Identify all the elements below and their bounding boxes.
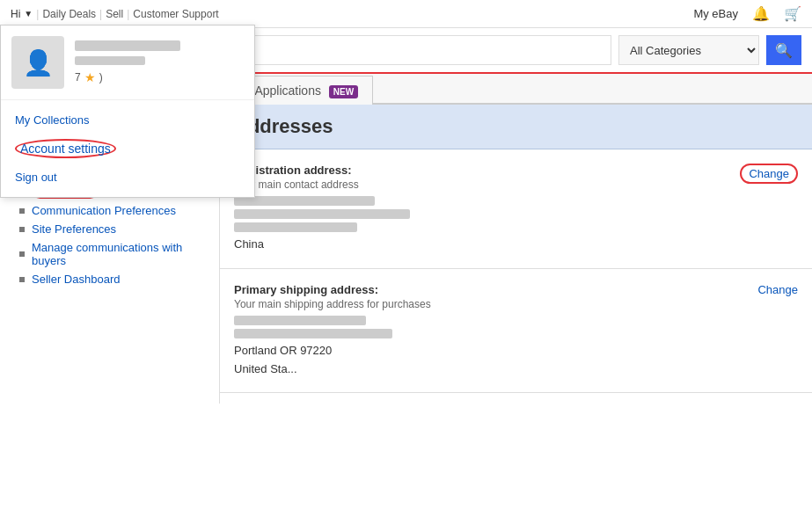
registration-desc: Your main contact address <box>234 178 740 191</box>
bullet-icon <box>19 251 25 257</box>
hi-dropdown-arrow[interactable]: ▼ <box>24 9 33 18</box>
bullet-icon <box>19 277 25 282</box>
avatar: 👤 <box>11 36 64 89</box>
myebay-link[interactable]: My eBay <box>693 7 738 20</box>
daily-deals-link[interactable]: Daily Deals <box>42 8 96 20</box>
shipping-address-section: Primary shipping address: Your main ship… <box>220 269 812 394</box>
sidebar-item-site-prefs[interactable]: Site Preferences <box>0 220 219 238</box>
user-rating: 7 ★ ) <box>75 70 180 84</box>
content-title: Addresses <box>220 105 812 149</box>
shipping-desc: Your main shipping address for purchases <box>234 298 757 310</box>
shipping-right: Change <box>757 283 798 296</box>
blurred-line-5 <box>234 329 392 338</box>
top-nav-right: My eBay 🔔 🛒 <box>693 5 801 22</box>
shipping-address-detail: Portland OR 97220 United Sta... <box>234 316 757 379</box>
sell-link[interactable]: Sell <box>106 8 123 20</box>
cart-icon[interactable]: 🛒 <box>784 5 801 22</box>
shipping-country: United Sta... <box>234 360 757 379</box>
blurred-line-3 <box>234 222 357 232</box>
tab-applications[interactable]: Applications NEW <box>239 76 373 105</box>
bell-icon[interactable]: 🔔 <box>752 5 770 22</box>
registration-right: Change <box>740 164 798 184</box>
blurred-line-4 <box>234 316 366 325</box>
bullet-icon <box>19 208 25 214</box>
registration-address-section: Registration address: Your main contact … <box>220 149 812 269</box>
user-info: 7 ★ ) <box>75 40 180 84</box>
shipping-city-state: Portland OR 97220 <box>234 342 757 360</box>
registration-address-detail: China <box>234 196 740 254</box>
registration-row: Registration address: Your main contact … <box>234 164 798 254</box>
star-icon: ★ <box>84 70 96 84</box>
my-collections-item[interactable]: My Collections <box>1 107 254 133</box>
blurred-line-2 <box>234 209 410 219</box>
shipping-left: Primary shipping address: Your main ship… <box>234 283 757 379</box>
hi-label: Hi <box>11 8 20 20</box>
applications-badge: NEW <box>329 85 358 98</box>
account-settings-item[interactable]: Account settings <box>1 133 254 164</box>
category-select[interactable]: All Categories <box>618 35 759 65</box>
content-area: Addresses Registration address: Your mai… <box>220 105 812 404</box>
customer-support-link[interactable]: Customer Support <box>133 8 218 20</box>
registration-label: Registration address: <box>234 164 740 177</box>
shipping-label: Primary shipping address: <box>234 283 757 296</box>
username-blurred2 <box>75 56 145 65</box>
blurred-line-1 <box>234 196 375 206</box>
search-button[interactable]: 🔍 <box>766 35 801 65</box>
address-country: China <box>234 236 740 254</box>
user-icon: 👤 <box>23 48 54 77</box>
search-icon: 🔍 <box>775 42 793 59</box>
rating-paren: ) <box>99 71 103 84</box>
top-nav-left: Hi ▼ | Daily Deals | Sell | Customer Sup… <box>11 8 219 20</box>
registration-left: Registration address: Your main contact … <box>234 164 740 254</box>
shipping-change-link[interactable]: Change <box>757 283 798 296</box>
bullet-icon <box>19 227 25 232</box>
dropdown-user-section: 👤 7 ★ ) <box>1 25 254 100</box>
shipping-row: Primary shipping address: Your main ship… <box>234 283 798 379</box>
sidebar-item-manage-comms[interactable]: Manage communications with buyers <box>0 238 219 270</box>
user-dropdown: 👤 7 ★ ) My Collections Account settings … <box>0 25 255 198</box>
sign-out-item[interactable]: Sign out <box>1 164 254 190</box>
dropdown-menu: My Collections Account settings Sign out <box>1 100 254 197</box>
username-blurred <box>75 40 180 51</box>
sidebar-item-communication-prefs[interactable]: Communication Preferences <box>0 201 219 220</box>
rating-number: 7 <box>75 71 81 84</box>
account-settings-circled[interactable]: Account settings <box>15 139 116 158</box>
registration-change-link[interactable]: Change <box>740 164 798 184</box>
sidebar-item-seller-dashboard[interactable]: Seller Dashboard <box>0 270 219 288</box>
